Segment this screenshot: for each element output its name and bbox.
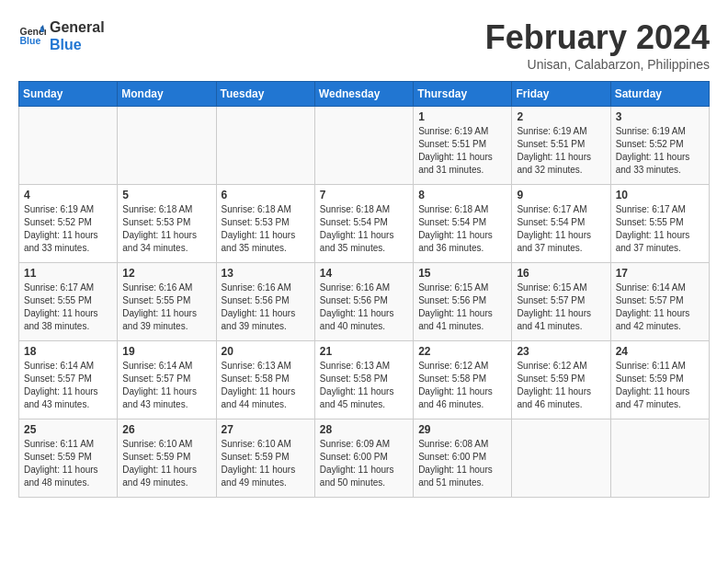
calendar-cell: 8Sunrise: 6:18 AM Sunset: 5:54 PM Daylig… <box>414 185 512 263</box>
calendar-cell: 26Sunrise: 6:10 AM Sunset: 5:59 PM Dayli… <box>118 419 216 498</box>
day-number: 20 <box>222 345 310 358</box>
calendar-cell: 13Sunrise: 6:16 AM Sunset: 5:56 PM Dayli… <box>216 263 314 341</box>
calendar-cell: 9Sunrise: 6:17 AM Sunset: 5:54 PM Daylig… <box>512 185 610 263</box>
day-detail: Sunrise: 6:09 AM Sunset: 6:00 PM Dayligh… <box>320 438 408 489</box>
day-number: 3 <box>616 110 704 123</box>
calendar-cell <box>610 419 709 498</box>
day-number: 25 <box>24 423 112 436</box>
calendar-cell: 12Sunrise: 6:16 AM Sunset: 5:55 PM Dayli… <box>118 263 216 341</box>
day-number: 13 <box>222 267 310 280</box>
day-number: 23 <box>517 345 605 358</box>
day-number: 5 <box>122 189 210 201</box>
day-header-sunday: Sunday <box>19 82 118 107</box>
day-number: 14 <box>320 267 408 280</box>
day-detail: Sunrise: 6:16 AM Sunset: 5:56 PM Dayligh… <box>320 282 408 333</box>
day-detail: Sunrise: 6:13 AM Sunset: 5:58 PM Dayligh… <box>320 360 408 411</box>
calendar-cell: 25Sunrise: 6:11 AM Sunset: 5:59 PM Dayli… <box>19 419 118 498</box>
calendar-cell: 28Sunrise: 6:09 AM Sunset: 6:00 PM Dayli… <box>314 419 413 498</box>
calendar-cell: 21Sunrise: 6:13 AM Sunset: 5:58 PM Dayli… <box>314 341 413 419</box>
calendar-cell: 10Sunrise: 6:17 AM Sunset: 5:55 PM Dayli… <box>610 185 709 263</box>
day-detail: Sunrise: 6:19 AM Sunset: 5:52 PM Dayligh… <box>616 125 704 177</box>
calendar-header-row: SundayMondayTuesdayWednesdayThursdayFrid… <box>19 82 710 107</box>
calendar-cell: 7Sunrise: 6:18 AM Sunset: 5:54 PM Daylig… <box>314 185 413 263</box>
day-detail: Sunrise: 6:12 AM Sunset: 5:59 PM Dayligh… <box>517 360 605 411</box>
calendar-cell: 2Sunrise: 6:19 AM Sunset: 5:51 PM Daylig… <box>512 107 610 185</box>
title-block: February 2024 Unisan, Calabarzon, Philip… <box>485 18 710 72</box>
day-detail: Sunrise: 6:18 AM Sunset: 5:53 PM Dayligh… <box>122 203 210 255</box>
day-header-saturday: Saturday <box>610 82 709 107</box>
day-detail: Sunrise: 6:17 AM Sunset: 5:55 PM Dayligh… <box>24 282 112 333</box>
day-detail: Sunrise: 6:13 AM Sunset: 5:58 PM Dayligh… <box>222 360 310 411</box>
day-detail: Sunrise: 6:08 AM Sunset: 6:00 PM Dayligh… <box>418 438 506 489</box>
day-detail: Sunrise: 6:17 AM Sunset: 5:55 PM Dayligh… <box>616 203 704 255</box>
calendar-week-row: 11Sunrise: 6:17 AM Sunset: 5:55 PM Dayli… <box>19 263 710 341</box>
calendar-week-row: 18Sunrise: 6:14 AM Sunset: 5:57 PM Dayli… <box>19 341 710 419</box>
day-number: 17 <box>616 267 704 280</box>
day-number: 29 <box>418 423 506 436</box>
calendar-cell: 23Sunrise: 6:12 AM Sunset: 5:59 PM Dayli… <box>512 341 610 419</box>
calendar-cell: 22Sunrise: 6:12 AM Sunset: 5:58 PM Dayli… <box>414 341 512 419</box>
calendar-cell: 11Sunrise: 6:17 AM Sunset: 5:55 PM Dayli… <box>19 263 118 341</box>
calendar-cell <box>314 107 413 185</box>
day-number: 2 <box>517 110 605 123</box>
day-detail: Sunrise: 6:15 AM Sunset: 5:56 PM Dayligh… <box>418 282 506 333</box>
day-detail: Sunrise: 6:14 AM Sunset: 5:57 PM Dayligh… <box>122 360 210 411</box>
day-number: 4 <box>24 189 112 201</box>
day-detail: Sunrise: 6:11 AM Sunset: 5:59 PM Dayligh… <box>24 438 112 489</box>
calendar-cell: 5Sunrise: 6:18 AM Sunset: 5:53 PM Daylig… <box>118 185 216 263</box>
calendar-cell: 17Sunrise: 6:14 AM Sunset: 5:57 PM Dayli… <box>610 263 709 341</box>
calendar-cell: 20Sunrise: 6:13 AM Sunset: 5:58 PM Dayli… <box>216 341 314 419</box>
day-number: 12 <box>122 267 210 280</box>
day-number: 8 <box>418 189 506 201</box>
day-header-wednesday: Wednesday <box>314 82 413 107</box>
logo-icon: General Blue <box>18 22 46 50</box>
day-header-thursday: Thursday <box>414 82 512 107</box>
day-detail: Sunrise: 6:14 AM Sunset: 5:57 PM Dayligh… <box>616 282 704 333</box>
calendar-table: SundayMondayTuesdayWednesdayThursdayFrid… <box>18 81 710 498</box>
calendar-cell: 1Sunrise: 6:19 AM Sunset: 5:51 PM Daylig… <box>414 107 512 185</box>
location-subtitle: Unisan, Calabarzon, Philippines <box>485 57 710 72</box>
day-number: 9 <box>517 189 605 201</box>
calendar-cell: 29Sunrise: 6:08 AM Sunset: 6:00 PM Dayli… <box>414 419 512 498</box>
day-number: 28 <box>320 423 408 436</box>
day-number: 21 <box>320 345 408 358</box>
day-number: 10 <box>616 189 704 201</box>
day-detail: Sunrise: 6:19 AM Sunset: 5:51 PM Dayligh… <box>418 125 506 177</box>
day-detail: Sunrise: 6:14 AM Sunset: 5:57 PM Dayligh… <box>24 360 112 411</box>
logo-blue: Blue <box>50 36 105 53</box>
day-detail: Sunrise: 6:17 AM Sunset: 5:54 PM Dayligh… <box>517 203 605 255</box>
svg-text:Blue: Blue <box>20 35 41 46</box>
calendar-cell: 14Sunrise: 6:16 AM Sunset: 5:56 PM Dayli… <box>314 263 413 341</box>
calendar-week-row: 25Sunrise: 6:11 AM Sunset: 5:59 PM Dayli… <box>19 419 710 498</box>
day-number: 7 <box>320 189 408 201</box>
day-number: 1 <box>418 110 506 123</box>
day-detail: Sunrise: 6:11 AM Sunset: 5:59 PM Dayligh… <box>616 360 704 411</box>
page-header: General Blue General Blue February 2024 … <box>18 18 710 72</box>
day-header-friday: Friday <box>512 82 610 107</box>
calendar-cell: 18Sunrise: 6:14 AM Sunset: 5:57 PM Dayli… <box>19 341 118 419</box>
day-detail: Sunrise: 6:18 AM Sunset: 5:53 PM Dayligh… <box>222 203 310 255</box>
calendar-cell <box>118 107 216 185</box>
day-number: 15 <box>418 267 506 280</box>
calendar-cell <box>216 107 314 185</box>
day-number: 27 <box>222 423 310 436</box>
day-number: 24 <box>616 345 704 358</box>
calendar-cell: 24Sunrise: 6:11 AM Sunset: 5:59 PM Dayli… <box>610 341 709 419</box>
day-detail: Sunrise: 6:16 AM Sunset: 5:55 PM Dayligh… <box>122 282 210 333</box>
logo: General Blue General Blue <box>18 18 105 53</box>
day-number: 22 <box>418 345 506 358</box>
day-detail: Sunrise: 6:19 AM Sunset: 5:51 PM Dayligh… <box>517 125 605 177</box>
calendar-cell: 16Sunrise: 6:15 AM Sunset: 5:57 PM Dayli… <box>512 263 610 341</box>
day-detail: Sunrise: 6:18 AM Sunset: 5:54 PM Dayligh… <box>418 203 506 255</box>
calendar-cell: 4Sunrise: 6:19 AM Sunset: 5:52 PM Daylig… <box>19 185 118 263</box>
day-header-tuesday: Tuesday <box>216 82 314 107</box>
day-detail: Sunrise: 6:10 AM Sunset: 5:59 PM Dayligh… <box>222 438 310 489</box>
day-detail: Sunrise: 6:12 AM Sunset: 5:58 PM Dayligh… <box>418 360 506 411</box>
day-number: 19 <box>122 345 210 358</box>
month-year-title: February 2024 <box>485 18 710 57</box>
calendar-cell: 6Sunrise: 6:18 AM Sunset: 5:53 PM Daylig… <box>216 185 314 263</box>
calendar-cell: 19Sunrise: 6:14 AM Sunset: 5:57 PM Dayli… <box>118 341 216 419</box>
day-detail: Sunrise: 6:18 AM Sunset: 5:54 PM Dayligh… <box>320 203 408 255</box>
day-detail: Sunrise: 6:10 AM Sunset: 5:59 PM Dayligh… <box>122 438 210 489</box>
logo-general: General <box>50 18 105 36</box>
